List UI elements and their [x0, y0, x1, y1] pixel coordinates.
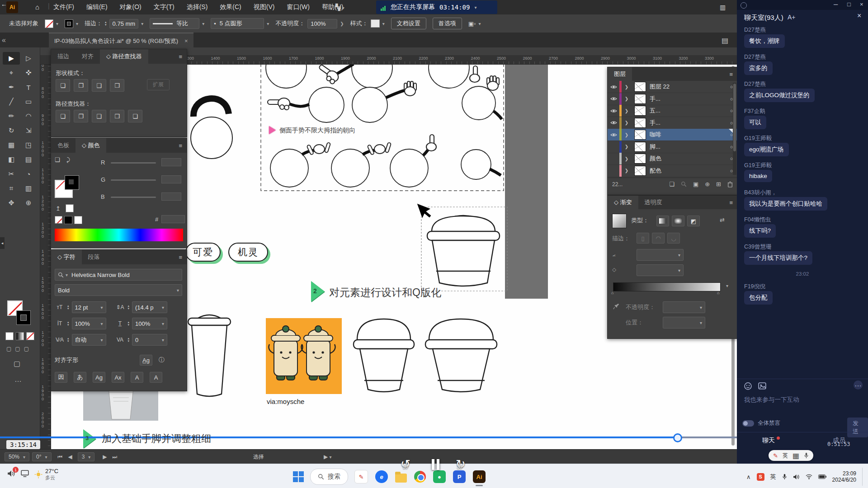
- channel-slider-R[interactable]: [111, 162, 156, 164]
- make-mask-icon[interactable]: ▣: [693, 181, 698, 188]
- color-menu-icon[interactable]: ≡: [174, 138, 187, 153]
- stroke-weight-value[interactable]: 0.75 mm: [109, 19, 139, 28]
- menu-0[interactable]: 文件(F): [53, 3, 74, 11]
- tracking-field[interactable]: 0▾: [132, 334, 167, 346]
- expand-layer-icon[interactable]: ❯: [623, 108, 631, 113]
- menu-7[interactable]: 窗口(W): [287, 3, 310, 11]
- draw-normal-icon[interactable]: ▢: [6, 346, 11, 352]
- angle-field[interactable]: ▾: [637, 249, 684, 261]
- image-icon[interactable]: [758, 382, 766, 389]
- layer-row-手...[interactable]: ❯手...○: [608, 93, 737, 105]
- ime-keyboard-icon[interactable]: ▦: [793, 451, 799, 460]
- gradient-tab-渐变[interactable]: ◇ 渐变: [608, 196, 638, 209]
- fill-stroke-mini-icon[interactable]: ❏: [55, 156, 60, 163]
- gradient-stop-left[interactable]: ⌂: [611, 291, 613, 295]
- network-icon[interactable]: [806, 474, 812, 479]
- color-tab-颜色[interactable]: ◇ 颜色: [75, 138, 106, 153]
- graph-tool[interactable]: ▥: [20, 182, 37, 195]
- stroke-proxy-swatch[interactable]: [65, 175, 79, 190]
- menu-6[interactable]: 视图(V): [254, 3, 275, 11]
- edge-browser[interactable]: e: [375, 470, 388, 483]
- aspect-ratio-field[interactable]: ▾: [637, 264, 684, 276]
- speaker-overlay-icon[interactable]: 1: [7, 470, 15, 479]
- ime-lang-icon[interactable]: 英: [783, 452, 788, 460]
- illustrator-app[interactable]: Ai: [473, 470, 486, 483]
- minimize-window-icon[interactable]: ─: [834, 1, 838, 8]
- shape-builder-tool[interactable]: ◧: [3, 153, 20, 166]
- tray-chevron[interactable]: ∧: [746, 474, 751, 480]
- lasso-tool[interactable]: ✜: [20, 66, 37, 79]
- fill-chevron-icon[interactable]: ▾: [56, 21, 58, 26]
- scissors-tool[interactable]: ✂: [3, 168, 20, 180]
- next-artboard-icon[interactable]: ▶: [103, 454, 107, 460]
- close-window-icon[interactable]: ×: [860, 1, 863, 8]
- gradient-thumb[interactable]: [612, 214, 627, 228]
- style-swatch[interactable]: [371, 19, 380, 28]
- layers-scrollbar[interactable]: [733, 83, 736, 175]
- screen-mode-icon[interactable]: ▢: [14, 359, 20, 368]
- profile-dropdown[interactable]: 等比: [150, 18, 199, 29]
- font-size-button[interactable]: A+: [788, 14, 796, 21]
- char-option-icon-3[interactable]: Ax: [112, 372, 124, 383]
- stroke-chevron-icon[interactable]: ▾: [76, 21, 78, 26]
- zoom-tool[interactable]: ⊕: [20, 197, 37, 209]
- taskbar-search[interactable]: 搜索: [310, 469, 348, 485]
- collapse-panel-arrow[interactable]: ◂: [0, 237, 5, 249]
- chat-input[interactable]: 我也来参与一下互动: [744, 396, 799, 404]
- ime-pen-icon[interactable]: ✎: [773, 452, 778, 459]
- menu-1[interactable]: 编辑(E): [86, 3, 108, 11]
- lang-indicator[interactable]: 英: [770, 473, 776, 481]
- layer-row-配色[interactable]: ❯配色○: [608, 165, 737, 177]
- layer-row-手...[interactable]: ❯手...○: [608, 117, 737, 129]
- collect-export-icon[interactable]: ❏: [669, 181, 675, 188]
- rotation-field[interactable]: 0°▾: [32, 452, 52, 461]
- align-glyph-icon[interactable]: A̲g: [140, 355, 152, 366]
- seekbar-knob[interactable]: [673, 433, 682, 442]
- gradient-slider[interactable]: [613, 282, 721, 291]
- char-option-icon-4[interactable]: A: [131, 372, 143, 383]
- font-style-field[interactable]: Bold▾: [55, 284, 182, 296]
- expand-layer-icon[interactable]: ❯: [623, 156, 631, 161]
- rewind-10-button[interactable]: ↺10: [401, 457, 415, 471]
- visibility-eye-icon[interactable]: [608, 108, 619, 113]
- panel-toggle-icon[interactable]: ▥: [720, 4, 726, 11]
- fill-swatch[interactable]: [45, 19, 53, 28]
- color-tab-色板[interactable]: 色板: [51, 138, 75, 153]
- prev-artboard-icon[interactable]: ◀: [68, 454, 72, 460]
- channel-value-B[interactable]: [161, 192, 181, 201]
- stroke-stepper[interactable]: ▴▾: [105, 21, 107, 26]
- linear-gradient-icon[interactable]: [656, 216, 669, 226]
- gradient-stop-right[interactable]: ⌂: [717, 291, 719, 295]
- merge-icon[interactable]: ❑: [92, 110, 106, 122]
- home-icon[interactable]: ⌂: [35, 3, 39, 11]
- none-swatch-small[interactable]: [55, 216, 62, 224]
- zoom-level-field[interactable]: 50%▾: [5, 452, 29, 461]
- kerning-field[interactable]: 自动▾: [72, 334, 106, 346]
- visibility-eye-icon[interactable]: [608, 120, 619, 125]
- menu-5[interactable]: 效果(C): [220, 3, 241, 11]
- stroke-within-icon[interactable]: ▯: [637, 233, 649, 244]
- type-tool[interactable]: T: [20, 81, 37, 94]
- taskbar-clock[interactable]: 23:092024/6/20: [832, 470, 856, 483]
- gradient-mode-icon[interactable]: [16, 332, 24, 340]
- document-setup-button[interactable]: 文档设置: [391, 18, 426, 29]
- close-tab-icon[interactable]: ×: [184, 38, 188, 44]
- brush-tool[interactable]: ◠: [20, 110, 37, 122]
- reverse-gradient-icon[interactable]: ⇄: [720, 216, 725, 223]
- arrange-documents-icon[interactable]: ▤: [722, 36, 728, 45]
- locate-icon[interactable]: [681, 181, 687, 187]
- selection-tool[interactable]: ▶: [3, 52, 20, 65]
- horizontal-scale-field[interactable]: 100%▾: [132, 318, 167, 329]
- first-artboard-icon[interactable]: ⏮: [58, 454, 63, 460]
- leading-stepper[interactable]: ▴▾: [128, 305, 130, 310]
- line-tool[interactable]: ╱: [3, 95, 20, 108]
- radial-gradient-icon[interactable]: [672, 216, 684, 226]
- magic-wand-tool[interactable]: ⌖: [3, 66, 20, 79]
- white-swatch[interactable]: [66, 204, 74, 212]
- show-desktop-button[interactable]: [862, 468, 864, 486]
- menu-2[interactable]: 对象(O): [120, 3, 142, 11]
- unite-icon[interactable]: ❏: [56, 79, 70, 92]
- weather-widget[interactable]: 27°C 多云: [34, 468, 58, 481]
- gradient-tab-透明度[interactable]: 透明度: [638, 196, 669, 209]
- pathfinder-tab-对齐[interactable]: 对齐: [75, 49, 100, 64]
